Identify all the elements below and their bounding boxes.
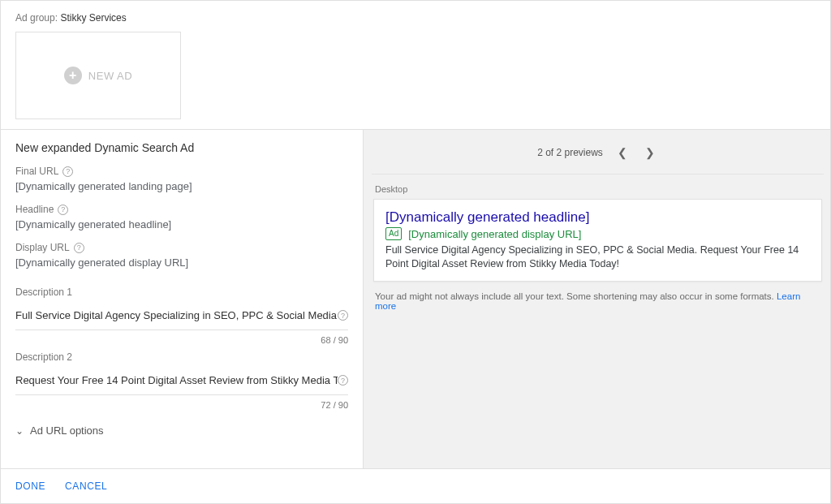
headline-label: Headline [15, 204, 54, 215]
plus-circle-icon: + [64, 67, 82, 84]
help-icon[interactable]: ? [338, 375, 348, 386]
new-ad-inner: + NEW AD [64, 67, 132, 84]
description1-input[interactable] [15, 306, 338, 325]
description2-field: Description 2 ? 72 / 90 [15, 351, 348, 410]
ad-group-name: Stikky Services [60, 12, 126, 24]
ad-group-label: Ad group: [15, 12, 58, 24]
ad-badge: Ad [385, 227, 402, 240]
display-url-field: Display URL ? [Dynamically generated dis… [15, 242, 348, 269]
description1-label: Description 1 [15, 286, 348, 298]
cancel-button[interactable]: CANCEL [65, 480, 107, 492]
headline-value: [Dynamically generated headline] [15, 218, 348, 230]
ad-preview-card: [Dynamically generated headline] Ad [Dyn… [373, 199, 822, 282]
help-icon[interactable]: ? [74, 243, 84, 253]
final-url-value: [Dynamically generated landing page] [15, 180, 348, 192]
ad-preview-display-url: [Dynamically generated display URL] [408, 228, 581, 240]
ad-preview-url-row: Ad [Dynamically generated display URL] [385, 227, 810, 240]
final-url-label: Final URL [15, 166, 58, 177]
display-url-value: [Dynamically generated display URL] [15, 256, 348, 269]
footer: DONE CANCEL [1, 468, 830, 503]
disclaimer-text: Your ad might not always include all you… [375, 291, 774, 301]
help-icon[interactable]: ? [58, 205, 68, 215]
description2-input[interactable] [15, 371, 338, 390]
preview-counter: 2 of 2 previews [537, 147, 603, 158]
preview-area: Desktop [Dynamically generated headline]… [372, 174, 824, 321]
description1-field: Description 1 ? 68 / 90 [15, 286, 348, 345]
ad-url-options-toggle[interactable]: ⌄ Ad URL options [15, 424, 348, 437]
body: New expanded Dynamic Search Ad Final URL… [1, 129, 830, 468]
new-ad-button[interactable]: + NEW AD [15, 32, 181, 119]
form-panel: New expanded Dynamic Search Ad Final URL… [1, 130, 363, 468]
display-url-label: Display URL [15, 242, 70, 253]
form-title: New expanded Dynamic Search Ad [15, 141, 348, 154]
header: Ad group: Stikky Services + NEW AD [1, 1, 830, 129]
done-button[interactable]: DONE [15, 480, 45, 492]
preview-nav: 2 of 2 previews ❮ ❯ [372, 141, 824, 174]
preview-disclaimer: Your ad might not always include all you… [373, 291, 822, 311]
new-ad-label: NEW AD [88, 70, 132, 82]
preview-platform-label: Desktop [373, 184, 822, 194]
app-window: Ad group: Stikky Services + NEW AD New e… [0, 0, 831, 504]
help-icon[interactable]: ? [338, 310, 348, 321]
description2-label: Description 2 [15, 351, 348, 363]
ad-preview-description: Full Service Digital Agency Specializing… [385, 243, 810, 271]
help-icon[interactable]: ? [62, 166, 73, 177]
prev-preview-button[interactable]: ❮ [614, 143, 631, 162]
headline-field: Headline ? [Dynamically generated headli… [15, 204, 348, 230]
final-url-field: Final URL ? [Dynamically generated landi… [15, 166, 348, 192]
ad-preview-headline: [Dynamically generated headline] [385, 209, 810, 226]
divider [15, 394, 348, 395]
ad-url-options-label: Ad URL options [30, 424, 104, 437]
next-preview-button[interactable]: ❯ [642, 143, 658, 162]
divider [15, 330, 348, 330]
description2-counter: 72 / 90 [15, 400, 348, 410]
description1-counter: 68 / 90 [15, 335, 348, 345]
chevron-down-icon: ⌄ [15, 425, 24, 437]
breadcrumb: Ad group: Stikky Services [15, 12, 816, 24]
preview-panel: 2 of 2 previews ❮ ❯ Desktop [Dynamically… [363, 130, 830, 468]
